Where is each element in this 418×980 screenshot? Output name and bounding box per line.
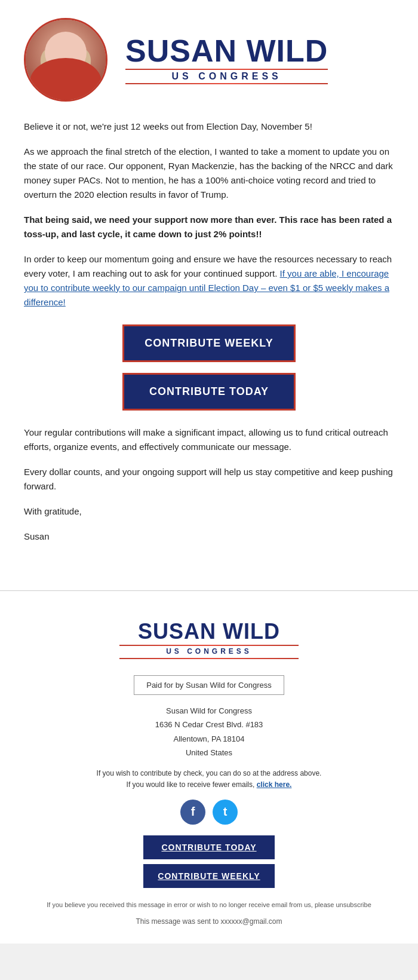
logo-congress: US CONGRESS	[172, 71, 282, 82]
avatar-image	[26, 20, 106, 100]
email-sent-address: xxxxxx@gmail.com	[221, 917, 282, 926]
footer-logo-name: SUSAN WILD	[138, 621, 280, 642]
footer-email-pref-prefix: If you would like to receive fewer email…	[127, 780, 257, 789]
address-line-1: Susan Wild for Congress	[24, 704, 394, 718]
svg-point-6	[41, 50, 54, 72]
paid-for-text: Paid for by Susan Wild for Congress	[146, 681, 272, 690]
footer-logo-line-top	[119, 645, 299, 646]
svg-point-4	[47, 42, 84, 83]
footer-contribute-weekly-button[interactable]: CONTRIBUTE WEEKLY	[143, 864, 275, 888]
footer-click-here-link[interactable]: click here.	[257, 780, 292, 789]
footer-logo-line-bottom	[119, 658, 299, 659]
paragraph-3-bold: That being said, we need your support no…	[24, 213, 394, 241]
footer-email-pref: If you would like to receive fewer email…	[24, 780, 394, 789]
svg-point-9	[70, 60, 76, 65]
avatar	[24, 18, 107, 102]
facebook-icon[interactable]: f	[180, 800, 205, 825]
header-logo: SUSAN WILD US CONGRESS	[125, 35, 328, 84]
footer-disclaimer: If you believe you received this message…	[24, 900, 394, 911]
email-container: SUSAN WILD US CONGRESS Believe it or not…	[0, 0, 418, 944]
svg-rect-1	[26, 20, 106, 100]
button-section: CONTRIBUTE WEEKLY CONTRIBUTE TODAY	[24, 324, 394, 411]
email-footer: SUSAN WILD US CONGRESS Paid for by Susan…	[0, 609, 418, 944]
svg-point-10	[58, 60, 61, 63]
footer-contribute-today-button[interactable]: CONTRIBUTE TODAY	[143, 835, 275, 859]
footer-check-note: If you wish to contribute by check, you …	[24, 769, 394, 777]
paragraph-2: As we approach the final stretch of the …	[24, 145, 394, 202]
address-line-4: United States	[24, 746, 394, 760]
section-divider	[0, 590, 418, 591]
twitter-icon[interactable]: t	[213, 800, 238, 825]
paragraph-6: Every dollar counts, and your ongoing su…	[24, 465, 394, 494]
signature: Susan	[24, 529, 394, 544]
paragraph-1: Believe it or not, we're just 12 weeks o…	[24, 120, 394, 134]
paragraph-5: Your regular contributions will make a s…	[24, 425, 394, 454]
address-line-2: 1636 N Cedar Crest Blvd. #183	[24, 718, 394, 731]
svg-point-5	[46, 32, 85, 65]
twitter-label: t	[223, 805, 228, 819]
email-body: Believe it or not, we're just 12 weeks o…	[0, 114, 418, 572]
paragraph-4: In order to keep our momentum going and …	[24, 252, 394, 310]
svg-rect-3	[61, 74, 70, 85]
footer-email-sent: This message was sent to xxxxxx@gmail.co…	[24, 917, 394, 926]
email-header: SUSAN WILD US CONGRESS	[0, 0, 418, 114]
logo-line-bottom	[125, 83, 328, 84]
paid-for-box: Paid for by Susan Wild for Congress	[134, 675, 284, 695]
logo-name: SUSAN WILD	[125, 35, 328, 66]
social-icons: f t	[24, 800, 394, 825]
footer-logo-section: SUSAN WILD US CONGRESS	[24, 621, 394, 660]
logo-tagline-wrapper: US CONGRESS	[125, 66, 328, 84]
svg-point-2	[34, 74, 97, 100]
svg-point-8	[56, 60, 62, 65]
contribute-weekly-button[interactable]: CONTRIBUTE WEEKLY	[122, 324, 296, 362]
contribute-today-button[interactable]: CONTRIBUTE TODAY	[122, 373, 296, 411]
address-line-3: Allentown, PA 18104	[24, 732, 394, 746]
facebook-label: f	[191, 805, 195, 819]
footer-address: Susan Wild for Congress 1636 N Cedar Cre…	[24, 704, 394, 760]
email-sent-prefix: This message was sent to	[136, 917, 221, 926]
footer-buttons: CONTRIBUTE TODAY CONTRIBUTE WEEKLY	[24, 835, 394, 888]
svg-point-11	[72, 60, 75, 63]
closing: With gratitude,	[24, 504, 394, 519]
logo-line-top	[125, 69, 328, 70]
svg-point-7	[77, 50, 91, 72]
footer-logo-congress: US CONGRESS	[166, 647, 252, 656]
